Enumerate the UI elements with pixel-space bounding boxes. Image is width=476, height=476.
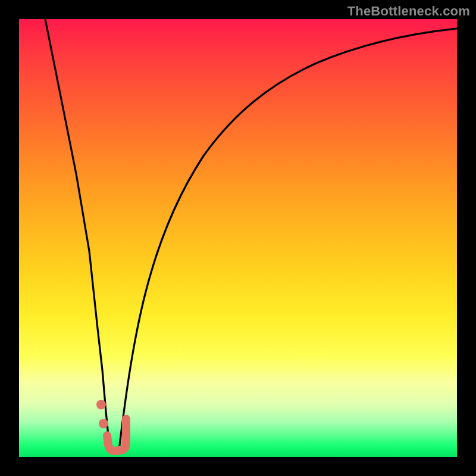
marker-dot-upper [96, 400, 106, 409]
marker-hook [107, 419, 126, 451]
marker-layer [19, 19, 457, 457]
plot-area [19, 19, 457, 457]
watermark-text: TheBottleneck.com [347, 4, 470, 19]
marker-dot-lower [99, 419, 108, 428]
chart-frame: TheBottleneck.com [0, 0, 476, 476]
